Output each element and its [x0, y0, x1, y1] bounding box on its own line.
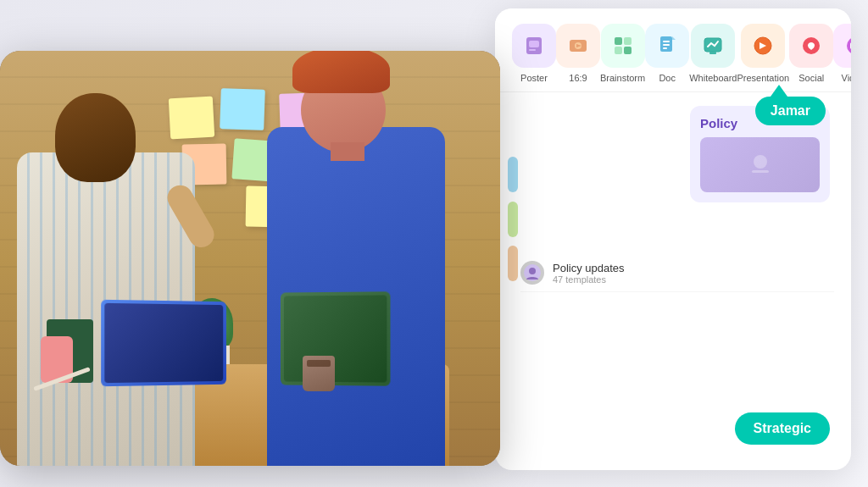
head-left [55, 93, 136, 182]
social-icon [789, 24, 833, 68]
cup-liquid [307, 360, 331, 367]
neck-right [331, 142, 364, 161]
template-item-16-9[interactable]: 16:9 [556, 24, 600, 83]
template-item-brainstorm[interactable]: Brainstorm [600, 24, 645, 83]
scene: Poster 16:9 [0, 0, 868, 487]
tooltip-arrow [771, 85, 787, 97]
presentation-label: Presentation [737, 73, 789, 83]
right-panel: Poster 16:9 [495, 8, 851, 470]
person-left [0, 51, 229, 466]
brainstorm-label: Brainstorm [600, 73, 645, 83]
videos-icon [833, 24, 851, 68]
template-row: Poster 16:9 [495, 8, 851, 92]
poster-label: Poster [520, 73, 548, 83]
laptop-screen-left [104, 303, 223, 383]
photo-card [0, 51, 500, 466]
sidebar-bar-3 [508, 246, 518, 281]
template-item-poster[interactable]: Poster [512, 24, 556, 83]
videos-label: Videos [842, 73, 852, 83]
presentation-icon [741, 24, 785, 68]
svg-point-22 [754, 155, 767, 169]
svg-rect-2 [529, 49, 536, 51]
coffee-cup [303, 356, 335, 391]
template-item-presentation[interactable]: Presentation [737, 24, 789, 83]
person-right [254, 51, 458, 466]
laptop-right [281, 291, 391, 385]
16-9-icon [556, 24, 600, 68]
svg-point-25 [529, 268, 536, 274]
tooltip-bubble: Jamar [755, 97, 826, 125]
laptop-screen-right [284, 295, 387, 382]
strategic-tag[interactable]: Strategic [735, 412, 830, 445]
svg-rect-1 [529, 41, 539, 47]
photo-scene [0, 51, 500, 466]
svg-rect-16 [709, 52, 716, 54]
doc-icon [645, 24, 689, 68]
doc-label: Doc [659, 73, 676, 83]
sidebar-bar-1 [508, 157, 518, 192]
template-item-social[interactable]: Social [789, 24, 833, 83]
whiteboard-icon [691, 24, 735, 68]
sidebar-bar-2 [508, 202, 518, 237]
brainstorm-icon [601, 24, 645, 68]
tooltip-wrapper: Jamar [755, 85, 826, 125]
laptop-left [101, 300, 226, 387]
svg-rect-7 [624, 37, 632, 45]
social-label: Social [798, 73, 824, 83]
16-9-label: 16:9 [569, 73, 587, 83]
template-item-doc[interactable]: Doc [645, 24, 689, 83]
svg-rect-6 [615, 37, 622, 45]
whiteboard-label: Whiteboard [689, 73, 737, 83]
policy-card-thumbnail [700, 137, 820, 192]
svg-rect-13 [663, 47, 667, 49]
list-item-sub: 47 templates [553, 274, 625, 285]
list-item-title: Policy updates [553, 262, 625, 274]
svg-rect-12 [663, 44, 670, 46]
hair-right [292, 51, 390, 93]
list-item-policy[interactable]: Policy updates 47 templates [520, 254, 834, 292]
list-section: Policy updates 47 templates [520, 254, 834, 292]
svg-rect-9 [624, 47, 632, 54]
svg-rect-11 [663, 41, 670, 42]
svg-rect-8 [615, 47, 622, 54]
svg-rect-23 [752, 170, 769, 173]
template-item-videos[interactable]: Videos [833, 24, 851, 83]
poster-icon [512, 24, 556, 68]
list-item-avatar [520, 261, 544, 285]
template-item-whiteboard[interactable]: Whiteboard [689, 24, 737, 83]
